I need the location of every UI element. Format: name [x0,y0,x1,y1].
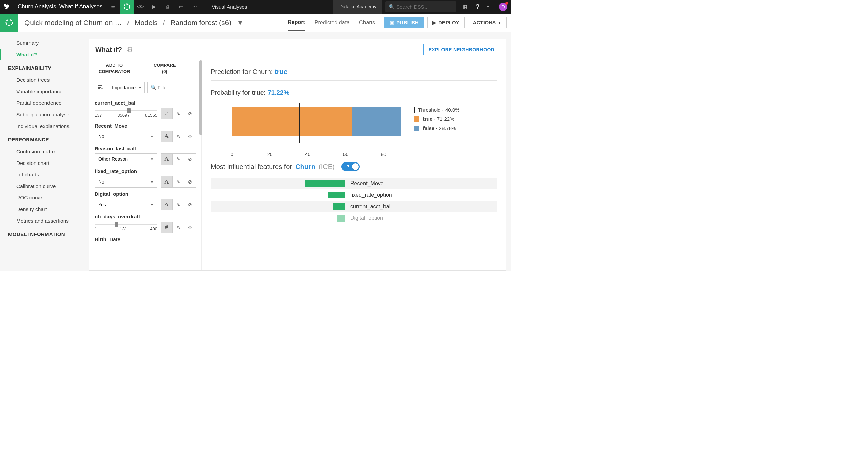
sidebar-section-model-info: MODEL INFORMATION [0,227,84,241]
feature-list: current_acct_bal 137 35697 61555 [89,95,201,270]
sidebar-item-decision-trees[interactable]: Decision trees [0,74,84,86]
edit-icon[interactable]: ✎ [173,108,184,119]
feature-slider[interactable]: 137 35697 61555 [95,110,157,118]
gear-icon[interactable]: ⚙ [127,45,133,54]
section-title[interactable]: Visual Analyses [201,4,333,10]
tab-charts[interactable]: Charts [359,20,375,26]
crumb-models[interactable]: Models [135,19,158,27]
edit-icon[interactable]: ✎ [173,176,184,187]
feature-name: fixed_rate_option [95,168,196,174]
academy-link[interactable]: Dataiku Academy [333,0,382,14]
slider-max: 400 [150,226,157,231]
feature-current-acct-bal: current_acct_bal 137 35697 61555 [95,100,196,119]
type-button[interactable]: A [161,176,173,187]
sort-label: Importance [112,85,136,90]
feature-select[interactable]: Yes ▼ [95,199,157,210]
more-icon[interactable]: ⋯ [188,0,201,14]
reset-icon[interactable]: ⊘ [184,199,196,210]
tab-compare[interactable]: COMPARE (0) [140,62,190,75]
label: COMPARATOR [89,69,140,75]
reset-icon[interactable]: ⊘ [184,176,196,187]
feature-select[interactable]: No ▼ [95,176,157,188]
type-button[interactable]: A [161,154,173,165]
sidebar-item-calibration-curve[interactable]: Calibration curve [0,180,84,192]
activity-icon[interactable]: 〰 [484,0,496,14]
feature-select[interactable]: No ▼ [95,131,157,142]
feature-nb-days-overdraft: nb_days_overdraft 1 131 400 [95,214,196,233]
edit-icon[interactable]: ✎ [173,222,184,233]
crumb-project[interactable]: Quick modeling of Churn on … [24,19,122,27]
publish-button[interactable]: ▣ PUBLISH [384,17,424,28]
tab-predicted-data[interactable]: Predicted data [315,20,350,26]
project-title[interactable]: Churn Analysis: What-If Analyses [14,3,106,10]
explore-neighborhood-button[interactable]: EXPLORE NEIGHBORHOOD [423,44,499,55]
dataiku-logo-icon[interactable] [0,0,14,14]
project-logo-icon[interactable] [0,14,18,32]
feature-select[interactable]: Other Reason ▼ [95,153,157,165]
page-title: What if? [95,46,122,54]
lab-icon[interactable] [120,0,134,14]
dashboard-icon[interactable]: ▭ [174,0,188,14]
actions-button[interactable]: ACTIONS ▼ [468,17,507,28]
global-search[interactable]: 🔍 [385,1,456,12]
code-icon[interactable]: </> [134,0,147,14]
tab-report[interactable]: Report [288,19,305,31]
apps-icon[interactable]: ▦ [459,0,471,14]
sidebar-item-whatif[interactable]: What if? [0,49,84,60]
crumb-dropdown-icon[interactable]: ▼ [237,19,244,27]
feature-filter[interactable]: 🔍 [147,82,196,93]
edit-icon[interactable]: ✎ [173,199,184,210]
reset-icon[interactable]: ⊘ [184,131,196,142]
sidebar-item-decision-chart[interactable]: Decision chart [0,157,84,169]
feature-label: Digital_option [350,215,383,221]
avatar[interactable]: D [499,3,507,11]
ice-toggle[interactable] [341,162,360,171]
flow-icon[interactable]: ⇨ [106,0,120,14]
crumb-model[interactable]: Random forest (s6) [171,19,232,27]
chevron-down-icon: ▼ [150,203,154,207]
sort-button[interactable] [95,82,106,93]
legend-threshold: Threshold - 40.0% [418,107,460,113]
type-button[interactable]: # [161,222,173,233]
type-button[interactable]: # [161,108,173,119]
slider-value: 35697 [117,113,130,118]
search-input[interactable] [396,4,451,10]
sidebar-item-variable-importance[interactable]: Variable importance [0,86,84,97]
help-icon[interactable]: ❔ [471,0,484,14]
select-value: Other Reason [98,156,128,162]
edit-icon[interactable]: ✎ [173,154,184,165]
feature-tabs: ADD TO COMPARATOR COMPARE (0) ⋯ [89,60,201,78]
reset-icon[interactable]: ⊘ [184,154,196,165]
filter-input[interactable] [158,85,193,90]
play-icon[interactable]: ▶ [147,0,161,14]
sidebar-item-confusion-matrix[interactable]: Confusion matrix [0,146,84,157]
export-icon[interactable]: ⎙ [161,0,174,14]
list-item: Digital_option [211,212,497,224]
sidebar-item-roc-curve[interactable]: ROC curve [0,192,84,204]
label: Prediction for Churn: [211,68,275,75]
sidebar-item-summary[interactable]: Summary [0,37,84,49]
sidebar-item-lift-charts[interactable]: Lift charts [0,169,84,180]
actions-label: ACTIONS [473,20,496,25]
sidebar-item-partial-dependence[interactable]: Partial dependence [0,97,84,109]
deploy-button[interactable]: ▶ DEPLOY [427,17,465,28]
edit-icon[interactable]: ✎ [173,131,184,142]
sidebar-item-metrics[interactable]: Metrics and assertions [0,215,84,227]
feature-buttons: A ✎ ⊘ [161,199,196,210]
tab-add-comparator[interactable]: ADD TO COMPARATOR [89,62,140,75]
type-button[interactable]: A [161,199,173,210]
sort-select[interactable]: Importance ▼ [109,82,145,93]
type-button[interactable]: A [161,131,173,142]
influential-list: Recent_Move fixed_rate_option current_ac… [211,178,497,224]
feature-name: Recent_Move [95,123,196,129]
sidebar-item-density-chart[interactable]: Density chart [0,204,84,215]
scrollbar[interactable] [199,60,202,135]
sidebar-item-subpopulation[interactable]: Subpopulation analysis [0,109,84,120]
reset-icon[interactable]: ⊘ [184,108,196,119]
sidebar-item-individual-explanations[interactable]: Individual explanations [0,120,84,132]
reset-icon[interactable]: ⊘ [184,222,196,233]
model-tabs: Report Predicted data Charts [288,19,381,26]
feature-slider[interactable]: 1 131 400 [95,224,157,231]
breadcrumb: Quick modeling of Churn on … / Models / … [18,19,244,27]
tick: 0 [231,152,233,157]
